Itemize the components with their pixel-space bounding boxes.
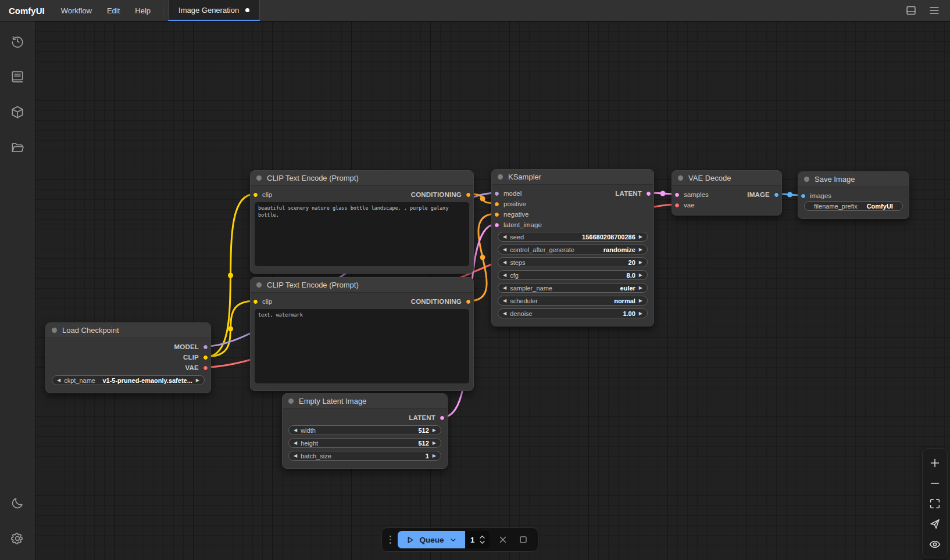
prompt-text-input[interactable]: text, watermark [255, 309, 469, 383]
node-clip-text-encode-positive[interactable]: CLIP Text Encode (Prompt) clip CONDITION… [250, 170, 474, 274]
input-port-samples[interactable] [674, 192, 680, 198]
clear-queue-button[interactable] [496, 533, 510, 547]
widget-next-icon[interactable]: ▶ [639, 299, 642, 303]
widget-seed[interactable]: ◀ seed 156680208700286 ▶ [498, 232, 648, 242]
node-empty-latent-image[interactable]: Empty Latent Image LATENT ◀ width 512 ▶ … [282, 393, 448, 469]
widget-sampler-name[interactable]: ◀ sampler_name euler ▶ [498, 283, 648, 293]
widget-prev-icon[interactable]: ◀ [294, 441, 297, 446]
output-port-latent[interactable] [440, 415, 445, 421]
node-header[interactable]: Load Checkpoint [46, 323, 210, 338]
input-port-images[interactable] [801, 193, 806, 199]
node-clip-text-encode-negative[interactable]: CLIP Text Encode (Prompt) clip CONDITION… [250, 277, 474, 391]
widget-cfg[interactable]: ◀ cfg 8.0 ▶ [498, 270, 648, 280]
stepper-up-icon[interactable] [479, 535, 485, 539]
toggle-link-visibility-button[interactable] [925, 534, 945, 554]
widget-prev-icon[interactable]: ◀ [57, 378, 60, 383]
output-port-model[interactable] [203, 344, 208, 350]
node-vae-decode[interactable]: VAE Decode samples IMAGE vae [672, 170, 782, 216]
menu-workflow[interactable]: Workflow [53, 0, 99, 21]
input-port-vae[interactable] [674, 203, 680, 208]
node-header[interactable]: Save Image [798, 172, 909, 187]
graph-canvas[interactable]: Load Checkpoint MODEL CLIP VAE ◀ ckpt_na… [35, 21, 950, 560]
stepper-down-icon[interactable] [479, 540, 485, 544]
batch-count-field[interactable]: 1 [465, 531, 490, 548]
node-header[interactable]: KSampler [492, 170, 653, 185]
zoom-out-button[interactable] [925, 473, 945, 493]
output-port-image[interactable] [774, 192, 779, 198]
widget-next-icon[interactable]: ▶ [196, 378, 199, 383]
widget-prev-icon[interactable]: ◀ [503, 286, 506, 290]
widget-prev-icon[interactable]: ◀ [503, 235, 506, 239]
prompt-text-input[interactable]: beautiful scenery nature glass bottle la… [255, 202, 469, 266]
input-port-positive[interactable] [494, 202, 499, 207]
widget-prev-icon[interactable]: ◀ [294, 454, 297, 458]
output-port-latent[interactable] [646, 191, 651, 196]
widget-next-icon[interactable]: ▶ [639, 311, 642, 316]
zoom-in-button[interactable] [925, 453, 945, 472]
input-port-model[interactable] [494, 191, 499, 196]
widget-next-icon[interactable]: ▶ [433, 428, 436, 433]
widget-next-icon[interactable]: ▶ [433, 454, 436, 458]
menu-edit[interactable]: Edit [99, 0, 127, 21]
collapse-dot[interactable] [804, 177, 809, 182]
sidebar-node-library-button[interactable] [5, 100, 30, 124]
theme-toggle-button[interactable] [5, 491, 30, 515]
output-port-vae[interactable] [203, 365, 208, 371]
link-clip-to-negative[interactable] [206, 301, 255, 357]
widget-next-icon[interactable]: ▶ [639, 286, 642, 290]
main-menu-button[interactable] [926, 2, 943, 19]
widget-prev-icon[interactable]: ◀ [503, 273, 506, 278]
widget-batch-size[interactable]: ◀ batch_size 1 ▶ [288, 451, 441, 461]
node-load-checkpoint[interactable]: Load Checkpoint MODEL CLIP VAE ◀ ckpt_na… [45, 322, 211, 393]
widget-next-icon[interactable]: ▶ [433, 441, 436, 446]
node-ksampler[interactable]: KSampler model LATENT positive negative … [491, 169, 654, 326]
queue-button[interactable]: Queue [398, 531, 465, 548]
widget-ckpt-name[interactable]: ◀ ckpt_name v1-5-pruned-emaonly.safete..… [52, 375, 205, 385]
collapse-dot[interactable] [678, 175, 683, 181]
output-port-conditioning[interactable] [466, 299, 471, 304]
collapse-dot[interactable] [256, 175, 262, 181]
widget-prev-icon[interactable]: ◀ [503, 247, 506, 252]
widget-height[interactable]: ◀ height 512 ▶ [288, 438, 441, 448]
sidebar-queue-button[interactable] [5, 64, 30, 89]
collapse-dot[interactable] [256, 282, 262, 288]
collapse-dot[interactable] [52, 328, 57, 333]
node-save-image[interactable]: Save Image images filename_prefix ComfyU… [798, 171, 909, 219]
drag-handle-icon[interactable] [390, 536, 391, 544]
node-header[interactable]: Empty Latent Image [283, 394, 447, 409]
pan-mode-button[interactable] [925, 514, 945, 533]
widget-prev-icon[interactable]: ◀ [503, 311, 506, 316]
widget-next-icon[interactable]: ▶ [639, 247, 642, 252]
widget-prev-icon[interactable]: ◀ [503, 299, 506, 303]
settings-button[interactable] [5, 526, 30, 551]
input-port-clip[interactable] [253, 299, 258, 304]
stop-button[interactable] [516, 533, 530, 547]
widget-next-icon[interactable]: ▶ [639, 235, 642, 239]
widget-steps[interactable]: ◀ steps 20 ▶ [498, 257, 648, 267]
link-clip-to-positive[interactable] [206, 194, 255, 357]
sidebar-history-button[interactable] [5, 29, 30, 53]
output-port-clip[interactable] [203, 355, 208, 360]
node-header[interactable]: CLIP Text Encode (Prompt) [251, 171, 473, 186]
widget-width[interactable]: ◀ width 512 ▶ [288, 425, 441, 435]
widget-prev-icon[interactable]: ◀ [294, 428, 297, 433]
widget-prev-icon[interactable]: ◀ [503, 260, 506, 265]
widget-control-after-generate[interactable]: ◀ control_after_generate randomize ▶ [498, 245, 648, 254]
widget-denoise[interactable]: ◀ denoise 1.00 ▶ [498, 308, 648, 318]
fit-view-button[interactable] [925, 494, 945, 513]
collapse-dot[interactable] [288, 399, 294, 404]
input-port-latent-image[interactable] [494, 222, 499, 228]
widget-scheduler[interactable]: ◀ scheduler normal ▶ [498, 296, 648, 306]
widget-next-icon[interactable]: ▶ [639, 260, 642, 265]
node-header[interactable]: VAE Decode [672, 171, 781, 186]
collapse-dot[interactable] [498, 174, 503, 180]
bottom-panel-button[interactable] [902, 2, 920, 19]
widget-next-icon[interactable]: ▶ [639, 273, 642, 278]
sidebar-workflows-button[interactable] [5, 135, 30, 160]
output-port-conditioning[interactable] [466, 192, 471, 198]
node-header[interactable]: CLIP Text Encode (Prompt) [251, 278, 473, 293]
tab-image-generation[interactable]: Image Generation [168, 0, 260, 21]
menu-help[interactable]: Help [127, 0, 158, 21]
input-port-clip[interactable] [253, 192, 258, 198]
widget-filename-prefix[interactable]: filename_prefix ComfyUI [804, 201, 903, 211]
